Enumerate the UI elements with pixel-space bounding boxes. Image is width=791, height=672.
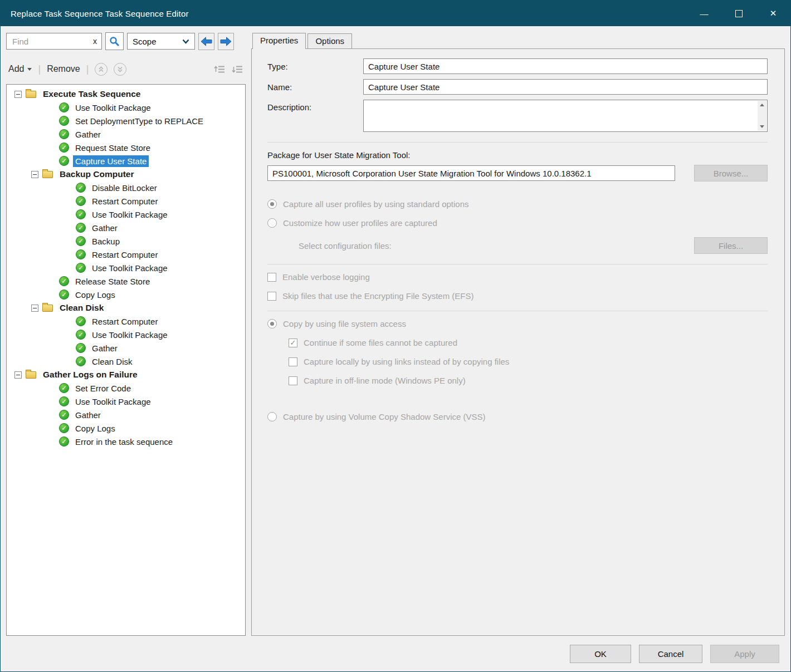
tree-step-copy-logs[interactable]: ✓Copy Logs [7, 421, 245, 435]
tree-step-gather[interactable]: ✓Gather [7, 127, 245, 141]
description-scrollbar[interactable] [758, 101, 766, 131]
filesystem-radio[interactable] [267, 319, 277, 328]
offline-checkbox[interactable] [289, 376, 297, 385]
tree-step-use-toolkit-package[interactable]: ✓Use Toolkit Package [7, 328, 245, 341]
step-check-icon: ✓ [76, 183, 86, 193]
cancel-button[interactable]: Cancel [639, 645, 702, 663]
customize-radio[interactable] [267, 218, 277, 228]
tree-step-use-toolkit-package[interactable]: ✓Use Toolkit Package [7, 208, 245, 221]
ok-button[interactable]: OK [570, 645, 631, 663]
tree-step-use-toolkit-package[interactable]: ✓Use Toolkit Package [7, 101, 245, 114]
continue-label: Continue if some files cannot be capture… [304, 338, 457, 347]
links-label: Capture locally by using links instead o… [304, 357, 509, 366]
tree-step-request-state-store[interactable]: ✓Request State Store [7, 141, 245, 154]
tree-step-label: Gather [73, 129, 103, 140]
tree-step-release-state-store[interactable]: ✓Release State Store [7, 274, 245, 288]
name-input[interactable] [363, 79, 768, 95]
standard-options-radio[interactable] [267, 199, 277, 209]
links-checkbox[interactable] [289, 357, 297, 366]
details-pane: Properties Options Type: Name: Descripti… [251, 32, 785, 636]
clear-find-button[interactable]: x [93, 37, 97, 46]
step-check-icon: ✓ [59, 143, 69, 153]
close-button[interactable]: ✕ [756, 1, 790, 26]
tree-group-clean-disk[interactable]: Clean Disk [7, 301, 245, 315]
continue-checkbox[interactable] [289, 339, 297, 347]
step-check-icon: ✓ [76, 316, 86, 326]
tree-step-gather[interactable]: ✓Gather [7, 221, 245, 234]
search-button[interactable] [105, 32, 124, 50]
standard-options-label: Capture all user profiles by using stand… [283, 199, 469, 209]
tree-step-capture-user-state[interactable]: ✓Capture User State [7, 154, 245, 168]
files-button[interactable]: Files... [694, 237, 768, 254]
tab-options[interactable]: Options [307, 33, 352, 48]
scope-dropdown[interactable]: Scope [127, 33, 195, 50]
collapse-toggle-icon[interactable] [31, 171, 38, 178]
tree-step-copy-logs[interactable]: ✓Copy Logs [7, 288, 245, 301]
tree-step-backup[interactable]: ✓Backup [7, 234, 245, 248]
type-input[interactable] [363, 58, 768, 74]
tree-step-label: Set DeploymentType to REPLACE [73, 115, 206, 127]
tree-step-restart-computer[interactable]: ✓Restart Computer [7, 315, 245, 328]
scroll-up-icon[interactable] [760, 104, 764, 106]
package-input[interactable] [267, 165, 675, 181]
window-title: Replace Task Sequence Task Sequence Edit… [11, 9, 189, 18]
offline-label: Capture in off-line mode (Windows PE onl… [304, 376, 466, 385]
find-next-button[interactable] [218, 33, 234, 50]
scroll-down-icon[interactable] [760, 125, 764, 128]
collapse-toggle-icon[interactable] [14, 371, 22, 379]
separator [267, 264, 768, 264]
description-input[interactable] [363, 100, 768, 132]
tree-step-restart-computer[interactable]: ✓Restart Computer [7, 248, 245, 261]
expand-all-button[interactable] [232, 65, 243, 74]
step-check-icon: ✓ [76, 223, 86, 233]
tree-step-gather[interactable]: ✓Gather [7, 341, 245, 355]
tree-group-backup-computer[interactable]: Backup Computer [7, 168, 245, 181]
window-controls: — ✕ [687, 1, 790, 26]
tree-step-use-toolkit-package[interactable]: ✓Use Toolkit Package [7, 261, 245, 274]
apply-button[interactable]: Apply [710, 645, 779, 663]
collapse-toggle-icon[interactable] [14, 91, 22, 98]
vss-radio[interactable] [267, 412, 277, 421]
efs-checkbox[interactable] [267, 292, 276, 301]
move-up-button[interactable] [95, 63, 108, 76]
config-files-row: Select configuration files: Files... [299, 237, 768, 254]
links-row: Capture locally by using links instead o… [289, 357, 768, 366]
tree-step-label: Disable BitLocker [90, 182, 159, 194]
remove-button[interactable]: Remove [47, 64, 80, 74]
minimize-button[interactable]: — [687, 1, 721, 26]
tab-strip: Properties Options [251, 32, 785, 48]
step-check-icon: ✓ [59, 383, 69, 393]
tree-step-disable-bitlocker[interactable]: ✓Disable BitLocker [7, 181, 245, 194]
find-previous-button[interactable] [198, 33, 214, 50]
tree-group-execute-task-sequence[interactable]: Execute Task Sequence [7, 87, 245, 101]
tree-group-gather-logs-on-failure[interactable]: Gather Logs on Failure [7, 368, 245, 381]
tree-step-label: Restart Computer [90, 316, 160, 327]
tab-properties[interactable]: Properties [252, 33, 306, 49]
find-box: x [6, 33, 102, 50]
tree-step-error-in-the-task-sequence[interactable]: ✓Error in the task sequence [7, 435, 245, 448]
toolbar-separator: | [86, 63, 89, 75]
collapse-all-button[interactable] [214, 65, 226, 74]
step-check-icon: ✓ [59, 290, 69, 300]
tree-step-clean-disk[interactable]: ✓Clean Disk [7, 355, 245, 368]
move-down-button[interactable] [114, 63, 126, 76]
verbose-checkbox[interactable] [267, 273, 276, 282]
tree-step-label: Use Toolkit Package [90, 329, 170, 341]
browse-button[interactable]: Browse... [694, 165, 768, 182]
maximize-button[interactable] [721, 1, 756, 26]
separator [267, 142, 768, 143]
tree-step-use-toolkit-package[interactable]: ✓Use Toolkit Package [7, 395, 245, 408]
tree-step-label: Use Toolkit Package [73, 102, 153, 114]
add-button[interactable]: Add [8, 64, 32, 74]
offline-row: Capture in off-line mode (Windows PE onl… [289, 376, 768, 385]
tree-step-restart-computer[interactable]: ✓Restart Computer [7, 194, 245, 208]
tree-step-gather[interactable]: ✓Gather [7, 408, 245, 421]
step-check-icon: ✓ [76, 196, 86, 206]
standard-options-row: Capture all user profiles by using stand… [267, 199, 768, 209]
tree-step-set-error-code[interactable]: ✓Set Error Code [7, 381, 245, 395]
collapse-toggle-icon[interactable] [31, 305, 38, 312]
tree-step-set-deploymenttype-to-replace[interactable]: ✓Set DeploymentType to REPLACE [7, 114, 245, 127]
tree-step-label: Error in the task sequence [73, 436, 175, 448]
find-input[interactable] [11, 36, 90, 47]
step-check-icon: ✓ [76, 209, 86, 219]
